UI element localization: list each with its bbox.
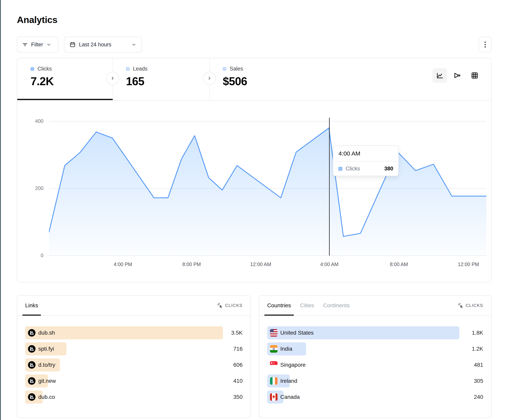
active-tab-underline <box>17 99 113 100</box>
filter-button-label: Filter <box>31 42 43 48</box>
chart-canvas <box>49 111 486 258</box>
link-bar <box>25 391 43 404</box>
analytics-page: Analytics Filter Last 24 hours <box>0 0 508 420</box>
x-axis-tick-label: 12:00 AM <box>250 261 271 267</box>
link-label: git.new <box>38 374 56 388</box>
link-row-d-to-try[interactable]: d.to/try 606 <box>25 358 243 371</box>
tab-leads-label: Leads <box>133 66 148 72</box>
country-bar <box>267 391 284 404</box>
tooltip-value: 380 <box>384 166 393 172</box>
clicks-area-chart: 4:00 AM Clicks 380 02004004:00 PM8:00 PM… <box>49 111 486 258</box>
ireland-flag-icon <box>270 377 277 385</box>
link-row-git-new[interactable]: git.new 410 <box>25 374 243 388</box>
tab-continents[interactable]: Continents <box>323 295 350 316</box>
tooltip-legend-square-icon <box>338 167 342 171</box>
tab-clicks[interactable]: Clicks 7.2K <box>17 58 113 100</box>
cursor-click-icon <box>457 302 464 309</box>
links-metric-selector[interactable]: CLICKS <box>217 302 243 309</box>
table-view-button[interactable] <box>467 68 482 83</box>
country-label: Canada <box>280 391 300 404</box>
links-panel-header: Links CLICKS <box>17 296 251 316</box>
link-row-dub-co[interactable]: dub.co 350 <box>25 391 243 404</box>
grid-table-icon <box>471 71 479 80</box>
tab-sales[interactable]: Sales $506 <box>209 58 309 100</box>
link-clicks-value: 716 <box>233 342 243 355</box>
link-bar <box>25 374 48 388</box>
tooltip-series-label: Clicks <box>345 166 381 172</box>
tab-cities[interactable]: Cities <box>300 295 314 316</box>
clicks-legend-square-icon <box>30 67 34 71</box>
x-axis-tick-label: 4:00 AM <box>320 261 339 267</box>
dub-logo-icon <box>28 345 36 353</box>
tooltip-time: 4:00 AM <box>333 146 398 162</box>
tab-sales-label: Sales <box>230 66 243 72</box>
x-axis-tick-label: 8:00 PM <box>182 261 201 267</box>
dub-logo-icon <box>28 377 36 385</box>
links-metric-label: CLICKS <box>225 303 243 308</box>
country-row-united-states[interactable]: United States 1.8K <box>267 326 483 339</box>
tab-leads[interactable]: Leads 165 <box>113 58 209 100</box>
link-clicks-value: 350 <box>233 391 243 404</box>
link-clicks-value: 3.5K <box>231 326 243 339</box>
y-axis-tick-label: 400 <box>26 118 44 124</box>
date-range-button[interactable]: Last 24 hours <box>64 37 142 52</box>
y-axis-tick-label: 200 <box>26 185 44 191</box>
singapore-flag-icon <box>270 361 277 369</box>
dub-logo-icon <box>28 361 36 369</box>
sales-legend-square-icon <box>223 67 226 71</box>
links-panel: Links CLICKS dub.sh 3.5K <box>17 295 251 418</box>
link-label: dub.co <box>38 391 55 404</box>
dub-logo-icon <box>28 393 36 401</box>
tab-sales-value: $506 <box>223 75 309 88</box>
chart-crosshair <box>329 118 330 256</box>
country-clicks-value: 1.2K <box>472 342 483 355</box>
more-options-button[interactable] <box>479 37 492 52</box>
dub-logo-icon <box>28 329 36 337</box>
country-row-singapore[interactable]: Singapore 481 <box>267 358 483 371</box>
link-clicks-value: 410 <box>233 374 243 388</box>
geo-panel: Countries Cities Continents CLICKS <box>259 295 492 418</box>
country-bar <box>267 342 306 355</box>
chevron-down-icon <box>46 42 51 47</box>
geo-metric-selector[interactable]: CLICKS <box>457 302 483 309</box>
tab-countries[interactable]: Countries <box>267 295 291 316</box>
india-flag-icon <box>270 345 277 353</box>
filter-button[interactable]: Filter <box>17 37 58 52</box>
x-axis-tick-label: 8:00 AM <box>390 261 408 267</box>
tab-leads-value: 165 <box>126 75 209 88</box>
country-row-canada[interactable]: Canada 240 <box>267 391 483 404</box>
chevron-down-icon <box>131 42 136 47</box>
country-row-ireland[interactable]: Ireland 305 <box>267 374 483 388</box>
country-label: United States <box>280 326 314 339</box>
analytics-card: Clicks 7.2K Leads 165 Sales $506 <box>17 58 492 282</box>
line-chart-view-button[interactable] <box>433 68 447 83</box>
country-label: India <box>280 342 292 355</box>
link-row-spti-fyi[interactable]: spti.fyi 716 <box>25 342 243 355</box>
country-row-india[interactable]: India 1.2K <box>267 342 483 355</box>
filter-icon <box>22 42 28 48</box>
left-accent-edge <box>0 0 1 420</box>
cursor-click-icon <box>217 302 223 309</box>
chevron-right-icon <box>207 75 212 81</box>
link-bar <box>25 326 223 339</box>
canada-flag-icon <box>270 393 277 401</box>
funnel-chart-view-button[interactable] <box>450 68 464 83</box>
country-clicks-value: 305 <box>474 374 483 388</box>
country-clicks-value: 481 <box>474 358 483 371</box>
link-bar <box>25 358 60 371</box>
chart-view-toggle-group <box>433 68 482 83</box>
x-axis-tick-label: 4:00 PM <box>114 261 132 267</box>
expand-sales-button[interactable] <box>203 72 216 85</box>
country-bar <box>267 326 459 339</box>
calendar-icon <box>69 41 76 48</box>
link-row-dub-sh[interactable]: dub.sh 3.5K <box>25 326 243 339</box>
kebab-icon <box>482 40 488 49</box>
link-label: dub.sh <box>38 326 55 339</box>
leads-legend-square-icon <box>126 67 129 71</box>
country-bar <box>267 374 290 388</box>
tab-links[interactable]: Links <box>25 295 38 316</box>
link-label: d.to/try <box>38 358 55 371</box>
chevron-right-icon <box>110 75 115 81</box>
expand-leads-button[interactable] <box>106 72 119 85</box>
funnel-chart-icon <box>453 71 461 80</box>
